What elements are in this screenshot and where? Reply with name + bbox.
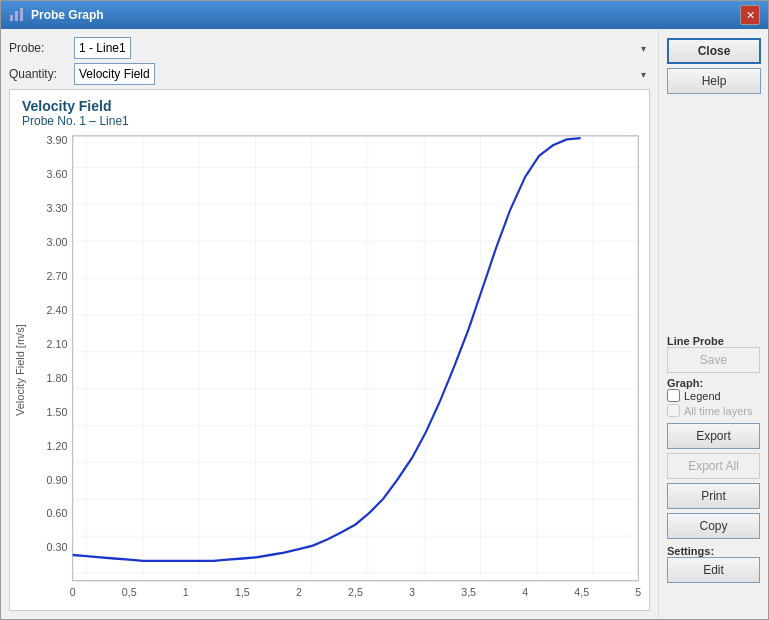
svg-text:5: 5 <box>635 586 641 599</box>
quantity-row: Quantity: Velocity Field <box>9 63 650 85</box>
sidebar: Close Help Line Probe Save Graph: Legend… <box>658 29 768 619</box>
probe-row: Probe: 1 - Line1 <box>9 37 650 59</box>
help-button[interactable]: Help <box>667 68 761 94</box>
chart-title-sub: Probe No. 1 – Line1 <box>22 114 637 128</box>
svg-text:1.50: 1.50 <box>47 405 68 418</box>
svg-rect-1 <box>15 11 18 21</box>
window-close-button[interactable]: ✕ <box>740 5 760 25</box>
sidebar-lower: Line Probe Save Graph: Legend All time l… <box>667 329 760 583</box>
svg-text:3.60: 3.60 <box>47 168 68 181</box>
chart-svg: 3.90 3.60 3.30 3.00 2.70 2.40 2.10 1.80 … <box>30 130 649 610</box>
content-area: Probe: 1 - Line1 Quantity: Velocity Fiel… <box>1 29 768 619</box>
title-bar-left: Probe Graph <box>9 7 104 23</box>
svg-text:1,5: 1,5 <box>235 586 250 599</box>
copy-button[interactable]: Copy <box>667 513 760 539</box>
window-title: Probe Graph <box>31 8 104 22</box>
svg-text:2: 2 <box>296 586 302 599</box>
svg-text:2.10: 2.10 <box>47 337 68 350</box>
chart-title-block: Velocity Field Probe No. 1 – Line1 <box>10 90 649 130</box>
svg-text:2.70: 2.70 <box>47 269 68 282</box>
probe-select[interactable]: 1 - Line1 <box>74 37 131 59</box>
svg-text:3: 3 <box>409 586 415 599</box>
svg-rect-4 <box>73 136 639 581</box>
svg-text:3.90: 3.90 <box>47 134 68 147</box>
svg-text:1.80: 1.80 <box>47 371 68 384</box>
settings-section-label: Settings: <box>667 545 760 557</box>
svg-rect-0 <box>10 15 13 21</box>
legend-checkbox[interactable] <box>667 389 680 402</box>
svg-text:2,5: 2,5 <box>348 586 363 599</box>
svg-text:1: 1 <box>183 586 189 599</box>
chart-icon <box>9 7 25 23</box>
svg-text:4: 4 <box>522 586 528 599</box>
quantity-label: Quantity: <box>9 67 74 81</box>
svg-text:0: 0 <box>70 586 76 599</box>
svg-rect-2 <box>20 8 23 21</box>
export-button[interactable]: Export <box>667 423 760 449</box>
svg-text:3.30: 3.30 <box>47 201 68 214</box>
chart-body: Velocity Field [m/s] <box>10 130 649 610</box>
probe-select-wrapper: 1 - Line1 <box>74 37 650 59</box>
legend-row: Legend <box>667 389 760 402</box>
svg-text:0.30: 0.30 <box>47 541 68 554</box>
quantity-select-wrapper: Velocity Field <box>74 63 650 85</box>
svg-text:0.60: 0.60 <box>47 507 68 520</box>
svg-text:0.90: 0.90 <box>47 473 68 486</box>
all-time-layers-checkbox <box>667 404 680 417</box>
chart-inner: 3.90 3.60 3.30 3.00 2.70 2.40 2.10 1.80 … <box>30 130 649 610</box>
main-area: Probe: 1 - Line1 Quantity: Velocity Fiel… <box>1 29 658 619</box>
svg-text:2.40: 2.40 <box>47 303 68 316</box>
svg-text:0,5: 0,5 <box>122 586 137 599</box>
edit-button[interactable]: Edit <box>667 557 760 583</box>
legend-label: Legend <box>684 390 721 402</box>
action-buttons: Export Export All Print Copy <box>667 423 760 539</box>
chart-container: Velocity Field Probe No. 1 – Line1 Veloc… <box>9 89 650 611</box>
all-time-layers-label: All time layers <box>684 405 752 417</box>
svg-text:4,5: 4,5 <box>574 586 589 599</box>
line-probe-section-label: Line Probe <box>667 335 760 347</box>
graph-section-label: Graph: <box>667 377 760 389</box>
print-button[interactable]: Print <box>667 483 760 509</box>
svg-text:3.00: 3.00 <box>47 235 68 248</box>
chart-title-main: Velocity Field <box>22 98 637 114</box>
y-axis-label: Velocity Field [m/s] <box>10 130 30 610</box>
probe-label: Probe: <box>9 41 74 55</box>
all-time-layers-row: All time layers <box>667 404 760 417</box>
quantity-select[interactable]: Velocity Field <box>74 63 155 85</box>
export-all-button: Export All <box>667 453 760 479</box>
close-button[interactable]: Close <box>667 38 761 64</box>
svg-text:3,5: 3,5 <box>461 586 476 599</box>
main-window: Probe Graph ✕ Probe: 1 - Line1 Quantity: <box>0 0 769 620</box>
svg-text:1.20: 1.20 <box>47 439 68 452</box>
title-bar: Probe Graph ✕ <box>1 1 768 29</box>
save-button: Save <box>667 347 760 373</box>
